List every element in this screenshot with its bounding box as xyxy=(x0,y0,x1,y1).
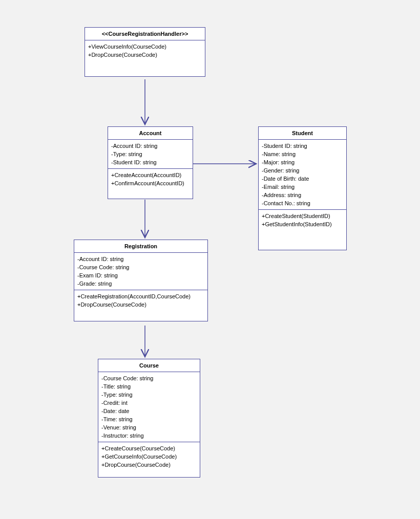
class-methods: +CreateStudent(StudentID) +GetStudentInf… xyxy=(259,210,346,250)
attr: -Title: string xyxy=(101,382,197,391)
attr: -Instructor: string xyxy=(101,431,197,440)
method: +ViewCourseInfo(CourseCode) xyxy=(88,42,202,51)
connectors xyxy=(0,0,420,519)
class-methods: +CreateAccount(AccountID) +ConfirmAccoun… xyxy=(108,169,193,199)
class-attributes: -Student ID: string -Name: string -Major… xyxy=(259,140,346,210)
class-account: Account -Account ID: string -Type: strin… xyxy=(108,126,193,199)
method: +GetCourseInfo(CourseCode) xyxy=(101,452,197,461)
attr: -Time: string xyxy=(101,415,197,423)
attr: -Venue: string xyxy=(101,423,197,431)
attr: -Account ID: string xyxy=(77,255,204,263)
class-methods: +ViewCourseInfo(CourseCode) +DropCourse(… xyxy=(85,40,205,76)
class-student: Student -Student ID: string -Name: strin… xyxy=(258,126,347,250)
attr: -Course Code: string xyxy=(77,263,204,271)
attr: -Name: string xyxy=(262,150,343,158)
attr: -Gender: string xyxy=(262,166,343,175)
attr: -Major: string xyxy=(262,158,343,166)
class-title: Course xyxy=(98,359,200,372)
attr: -Email: string xyxy=(262,183,343,191)
class-title: Account xyxy=(108,127,193,140)
method: +DropCourse(CourseCode) xyxy=(77,300,204,309)
attr: -Course Code: string xyxy=(101,374,197,382)
attr: -Address: string xyxy=(262,191,343,199)
attr: -Type: string xyxy=(101,391,197,399)
class-title: Registration xyxy=(74,240,207,253)
class-attributes: -Account ID: string -Type: string -Stude… xyxy=(108,140,193,169)
attr: -Type: string xyxy=(111,150,190,158)
class-title: Student xyxy=(259,127,346,140)
method: +CreateStudent(StudentID) xyxy=(262,212,343,220)
class-attributes: -Course Code: string -Title: string -Typ… xyxy=(98,372,200,442)
attr: -Student ID: string xyxy=(111,158,190,166)
attr: -Account ID: string xyxy=(111,142,190,150)
attr: -Grade: string xyxy=(77,279,204,288)
attr: -Date: date xyxy=(101,407,197,415)
attr: -Student ID: string xyxy=(262,142,343,150)
attr: -Credit: int xyxy=(101,399,197,407)
method: +ConfirmAccount(AccountID) xyxy=(111,179,190,187)
class-methods: +CreateRegistration(AccountID,CourseCode… xyxy=(74,290,207,321)
method: +GetStudentInfo(StudentID) xyxy=(262,220,343,228)
method: +DropCourse(CourseCode) xyxy=(88,51,202,59)
method: +DropCourse(CourseCode) xyxy=(101,461,197,469)
class-methods: +CreateCourse(CourseCode) +GetCourseInfo… xyxy=(98,442,200,477)
attr: -Date of Birth: date xyxy=(262,175,343,183)
class-course: Course -Course Code: string -Title: stri… xyxy=(98,359,200,478)
attr: -Contact No.: string xyxy=(262,199,343,207)
attr: -Exam ID: string xyxy=(77,271,204,279)
class-handler: <<CourseRegistrationHandler>> +ViewCours… xyxy=(85,27,205,77)
class-attributes: -Account ID: string -Course Code: string… xyxy=(74,253,207,290)
class-registration: Registration -Account ID: string -Course… xyxy=(74,240,208,321)
method: +CreateAccount(AccountID) xyxy=(111,171,190,179)
method: +CreateCourse(CourseCode) xyxy=(101,444,197,452)
class-title: <<CourseRegistrationHandler>> xyxy=(85,28,205,40)
method: +CreateRegistration(AccountID,CourseCode… xyxy=(77,292,204,300)
